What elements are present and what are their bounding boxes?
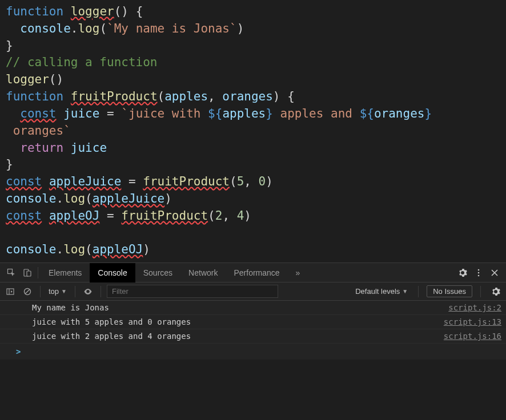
tab-network[interactable]: Network [180,263,226,282]
source-link[interactable]: script.js:16 [444,332,501,341]
devtools-panel: Elements Console Sources Network Perform… [0,262,506,360]
fn-logger: logger [71,5,114,18]
close-icon[interactable] [487,263,503,282]
param-apples: apples [164,90,208,103]
console-message: juice with 2 apples and 4 oranges [32,332,444,341]
filter-input[interactable] [107,285,278,298]
id-applejuice: appleJuice [49,175,121,188]
id-appleoj: appleOJ [49,209,100,223]
console-settings-icon[interactable] [489,282,503,301]
source-link[interactable]: script.js:2 [448,303,501,312]
console-toolbar: top ▼ Default levels ▼ No Issues [0,282,506,301]
keyword-function: function [6,5,63,18]
fn-fruitproduct: fruitProduct [71,90,158,103]
tab-elements[interactable]: Elements [41,263,90,282]
console-row: juice with 2 apples and 4 oranges script… [0,329,506,344]
str-orangesnl: oranges [6,124,63,138]
console-prompt[interactable]: > [0,344,506,360]
svg-line-9 [25,289,30,294]
devtools-tabbar: Elements Console Sources Network Perform… [0,263,506,282]
separator [75,286,75,297]
levels-group: Default levels ▼ No Issues [353,282,503,301]
svg-point-4 [478,272,480,273]
svg-rect-2 [27,271,31,276]
device-toolbar-icon[interactable] [19,263,35,282]
keyword-const: const [20,107,56,120]
fn-log: log [78,22,99,35]
context-label: top [49,287,59,296]
sidebar-toggle-icon[interactable] [3,282,17,301]
context-selector[interactable]: top ▼ [46,287,69,296]
str-myname: My name is Jonas [114,22,230,35]
log-levels-selector[interactable]: Default levels ▼ [353,287,410,296]
svg-point-5 [478,274,480,276]
separator [418,286,419,297]
filter-wrap [107,285,278,298]
kebab-icon[interactable] [471,263,487,282]
keyword-function: function [6,90,63,103]
tab-performance[interactable]: Performance [226,263,287,282]
console-message: juice with 5 apples and 0 oranges [32,317,444,326]
str-applesand: apples and [273,107,360,120]
svg-point-3 [478,269,480,270]
tab-sources[interactable]: Sources [135,263,180,282]
keyword-return: return [20,141,63,155]
id-juice: juice [63,107,99,120]
tab-more[interactable]: » [288,263,308,282]
svg-rect-6 [7,289,14,294]
console-output: My name is Jonas script.js:2 juice with … [0,301,506,360]
inspect-element-icon[interactable] [3,263,19,282]
separator [101,286,101,297]
code-editor[interactable]: function logger() { console.log(`My name… [0,0,506,262]
separator [38,267,38,278]
console-message: My name is Jonas [32,303,448,312]
no-issues-badge[interactable]: No Issues [427,285,472,297]
keyword-const: const [6,209,42,223]
separator [480,286,481,297]
tab-console[interactable]: Console [90,263,135,282]
prompt-chevron-icon: > [16,347,21,356]
gear-icon[interactable] [455,263,471,282]
console-row: juice with 5 apples and 0 oranges script… [0,315,506,329]
source-link[interactable]: script.js:13 [444,317,501,326]
keyword-const: const [6,175,42,188]
chevron-down-icon: ▼ [402,288,408,294]
chevron-down-icon: ▼ [61,288,67,294]
call-fruitproduct: fruitProduct [143,175,230,188]
console-row: My name is Jonas script.js:2 [0,301,506,315]
str-juicewith: juice with [128,107,208,120]
param-oranges: oranges [222,90,273,103]
comment-call: // calling a function [6,55,158,69]
id-console: console [20,22,71,35]
call-logger: logger [6,72,49,86]
clear-console-icon[interactable] [21,282,34,301]
separator [40,286,41,297]
live-expression-icon[interactable] [81,282,95,301]
